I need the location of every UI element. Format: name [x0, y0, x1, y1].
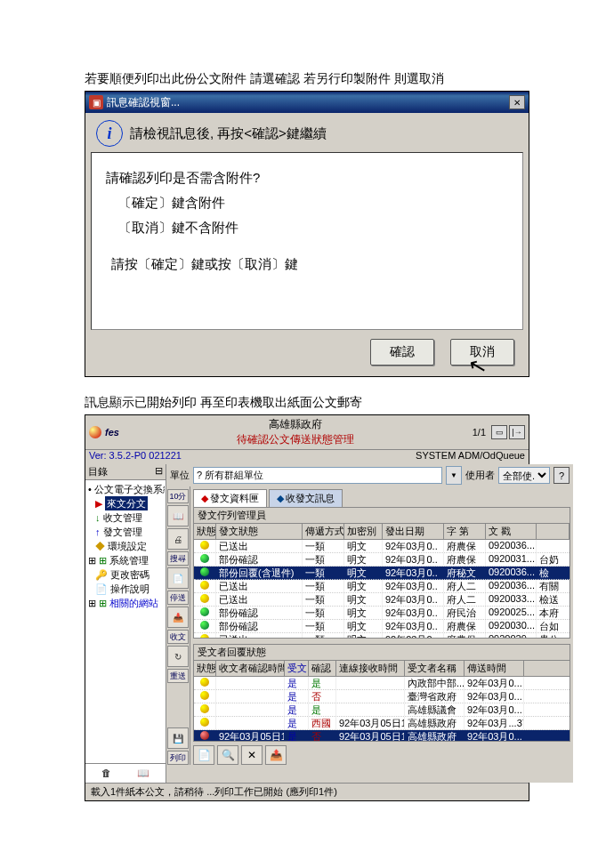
v-btn-print2[interactable]: 列印 [167, 751, 189, 765]
dialog-line1: 請確認列印是否需含附件? [106, 165, 508, 190]
app-logo-icon [89, 426, 101, 438]
dialog-line4: 請按〔確定〕鍵或按〔取消〕鍵 [106, 252, 508, 277]
v-btn-10min[interactable]: 10分 [167, 489, 189, 503]
tree-node[interactable]: ⊞ ⊞ 系統管理 [86, 553, 165, 567]
status-bar: 載入1件紙本公文，請稍待 ...列印工作已開始 (應列印1件) [85, 783, 529, 800]
section-title-2: 受文者回覆狀態 [194, 645, 570, 661]
tree-node[interactable]: 🔑 更改密碼 [86, 567, 165, 582]
tree-node[interactable]: ↑ 發文管理 [86, 525, 165, 539]
table-row[interactable]: 部份確認一類明文92年03月0..府農保0920031...台奶 [194, 553, 570, 567]
trash-icon[interactable]: 🗑 [101, 768, 111, 779]
v-btn-book[interactable]: 📖 [167, 505, 189, 526]
tree-node[interactable]: 📄 操作說明 [86, 582, 165, 596]
table-row[interactable]: 已送出一類明文92年03月0..府農保0920036... [194, 540, 570, 553]
col2-status[interactable]: 狀態 [194, 661, 216, 676]
table-row[interactable]: 92年03月05日1..是否92年03月05日1..高雄縣政府92年03月0..… [194, 730, 570, 741]
col-date[interactable]: 發出日期 [383, 524, 444, 539]
ok-button[interactable]: 確認 [370, 339, 434, 366]
tree-node[interactable]: • 公文電子交換系統 [86, 482, 165, 496]
vertical-toolbar: 10分 📖 🖨 搜尋 📄 停送 📥 收文 ↻ 重送 💾 [166, 486, 190, 765]
dialog-line2: 〔確定〕鍵含附件 [106, 190, 508, 215]
col-status[interactable]: 狀態 [194, 524, 216, 539]
system-text: SYSTEM ADM/OdQueue [416, 450, 525, 461]
col-crypt[interactable]: 加密別 [344, 524, 383, 539]
col2-ok[interactable]: 確認 [309, 661, 336, 676]
v-btn-recv[interactable]: 📥 [167, 607, 189, 628]
col-no[interactable]: 字 第 [444, 524, 486, 539]
bot-btn-3[interactable]: ✕ [241, 745, 263, 765]
sidebar-header: 目錄 [88, 465, 108, 478]
info-icon: i [96, 120, 123, 147]
unit-input[interactable] [193, 467, 442, 484]
v-btn-refresh[interactable]: ↻ [167, 646, 189, 667]
table-row[interactable]: 已送出一類明文92年03月0..府人二0920036...有關 [194, 580, 570, 593]
win-min-icon[interactable]: ▭ [491, 425, 507, 439]
col2-conn[interactable]: 連線接收時間 [336, 661, 405, 676]
app-title-line1: 高雄縣政府 [269, 418, 322, 430]
dialog-title: 訊息確認視窗... [107, 95, 509, 110]
bot-btn-1[interactable]: 📄 [193, 745, 214, 765]
tree-node[interactable]: ↓ 收文管理 [86, 510, 165, 525]
app-window: fes 高雄縣政府 待確認公文傳送狀態管理 1/1 ▭ |→ Ver: 3.5.… [85, 414, 529, 801]
user-label: 使用者 [465, 469, 495, 482]
col2-confirm-time[interactable]: 收文者確認時間 [216, 661, 285, 676]
tree-node[interactable]: ◆ 環境設定 [86, 539, 165, 553]
v-btn-recv-t[interactable]: 收文 [167, 630, 189, 644]
tree-node[interactable]: ▶ 來文分文 [86, 496, 165, 510]
col-stamp[interactable]: 文 戳 [486, 524, 537, 539]
status-text: 載入1件紙本公文，請稍待 ...列印工作已開始 (應列印1件) [91, 785, 337, 799]
table-row[interactable]: 部份確認一類明文92年03月0..府農保0920030...台如 [194, 620, 570, 633]
reply-section: 受文者回覆狀態 狀態 收文者確認時間 受文 確認 連線接收時間 受文者名稱 [193, 644, 570, 742]
version-text: Ver: 3.5.2-P0 021221 [89, 450, 182, 461]
unit-label: 單位 [170, 469, 190, 482]
user-select[interactable]: 全部使... [498, 467, 550, 484]
close-icon[interactable]: ✕ [509, 95, 525, 109]
dialog-line3: 〔取消〕鍵不含附件 [106, 215, 508, 240]
section-title-1: 發文佇列管理員 [194, 508, 570, 524]
tree-node[interactable]: ⊞ ⊞ 相關的網站 [86, 596, 165, 610]
outbox-section: 發文佇列管理員 狀態 發文狀態 傳遞方式 加密別 發出日期 字 第 [193, 507, 570, 639]
instruction-1: 若要順便列印出此份公文附件 請選確認 若另行印製附件 則選取消 [85, 71, 529, 87]
page-indicator: 1/1 [473, 427, 486, 438]
col2-send[interactable]: 傳送時間 [465, 661, 524, 676]
table-row[interactable]: 是是內政部中部...92年03月0... [194, 677, 570, 690]
tab-outbox[interactable]: ◆發文資料匣 [193, 489, 267, 507]
sidebar-collapse-icon[interactable]: ⊟ [155, 465, 163, 478]
book-icon[interactable]: 📖 [137, 768, 149, 779]
v-btn-pause[interactable]: 停送 [167, 591, 189, 605]
v-btn-save[interactable]: 💾 [167, 727, 189, 749]
tab-messages[interactable]: ◆收發文訊息 [269, 489, 343, 507]
app-title-line2: 待確認公文傳送狀態管理 [237, 433, 354, 446]
table-row[interactable]: 是否臺灣省政府92年03月0... [194, 690, 570, 703]
sidebar: 目錄⊟ • 公文電子交換系統▶ 來文分文↓ 收文管理↑ 發文管理◆ 環境設定⊞ … [85, 464, 166, 783]
tab-icon: ◆ [277, 493, 284, 503]
tab-icon: ◆ [201, 493, 208, 503]
table-row[interactable]: 部份回覆(含退件)一類明文92年03月0..府秘文0920036...檢 [194, 567, 570, 580]
dialog-body: 請確認列印是否需含附件? 〔確定〕鍵含附件 〔取消〕鍵不含附件 請按〔確定〕鍵或… [91, 152, 523, 330]
table-row[interactable]: 是西國92年03月05日1..高雄縣政府92年03月...37 [194, 717, 570, 730]
table-row[interactable]: 已送出一類明文92年03月0..府農保0920029...貴公 [194, 633, 570, 638]
table-row[interactable]: 是是高雄縣議會92年03月0... [194, 703, 570, 717]
app-icon: ▣ [89, 95, 103, 109]
win-close-icon[interactable]: |→ [509, 425, 525, 439]
v-btn-search[interactable]: 搜尋 [167, 551, 189, 566]
col2-recv[interactable]: 受文 [285, 661, 309, 676]
bot-btn-4[interactable]: 📤 [265, 745, 287, 765]
unit-dropdown-icon[interactable]: ▼ [446, 466, 462, 485]
v-btn-doc[interactable]: 📄 [167, 567, 189, 589]
v-btn-resend[interactable]: 重送 [167, 669, 189, 683]
instruction-2: 訊息顯示已開始列印 再至印表機取出紙面公文郵寄 [85, 395, 529, 411]
col-sendstatus[interactable]: 發文狀態 [216, 524, 303, 539]
col-extra[interactable] [537, 524, 570, 539]
dialog-header-text: 請檢視訊息後, 再按<確認>鍵繼續 [130, 125, 327, 142]
table-row[interactable]: 已送出一類明文92年03月0..府人二0920033...檢送 [194, 593, 570, 607]
help-icon[interactable]: ? [553, 467, 570, 484]
confirm-dialog: ▣ 訊息確認視窗... ✕ i 請檢視訊息後, 再按<確認>鍵繼續 請確認列印是… [85, 91, 529, 377]
table-row[interactable]: 部份確認一類明文92年03月0..府民治0920025...本府 [194, 607, 570, 620]
v-btn-print[interactable]: 🖨 [167, 528, 189, 550]
bot-btn-2[interactable]: 🔍 [217, 745, 238, 765]
dialog-titlebar: ▣ 訊息確認視窗... ✕ [85, 92, 529, 113]
col-method[interactable]: 傳遞方式 [303, 524, 344, 539]
col2-name[interactable]: 受文者名稱 [405, 661, 465, 676]
cancel-button[interactable]: 取消 [450, 339, 514, 366]
